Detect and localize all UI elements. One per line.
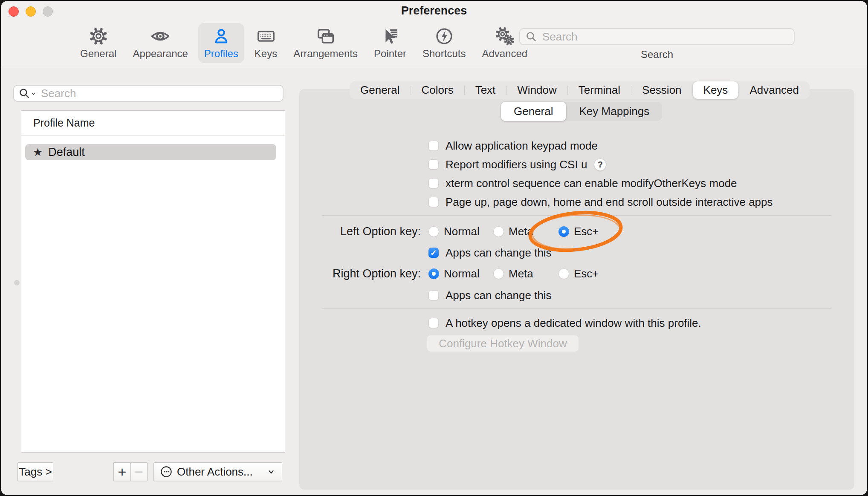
cursor-icon <box>380 26 400 47</box>
radio-icon <box>493 226 504 237</box>
hotkey-checkbox[interactable] <box>428 318 439 328</box>
profile-row[interactable]: ★Default <box>25 144 276 160</box>
checkbox-row-1: Report modifiers using CSI u? <box>299 157 867 172</box>
toolbar-item-profiles[interactable]: Profiles <box>198 23 244 63</box>
preferences-window: Preferences General Appearance Profiles … <box>1 1 867 495</box>
tab-general[interactable]: General <box>350 81 411 99</box>
check-icon: ✓ <box>430 249 437 257</box>
chevron-down-icon <box>266 467 276 476</box>
windows-icon <box>316 26 336 47</box>
radio-left_option-meta[interactable]: Meta <box>493 225 533 238</box>
section-divider <box>322 215 831 216</box>
apps-can-change-left-checkbox[interactable]: ✓ <box>428 248 439 258</box>
tab-text[interactable]: Text <box>465 81 506 99</box>
other-actions-label: Other Actions... <box>177 465 266 479</box>
apps-can-change-right-row: Apps can change this <box>299 288 867 303</box>
radio-left_option-escplus[interactable]: Esc+ <box>558 225 599 238</box>
toolbar-item-arrangements[interactable]: Arrangements <box>287 23 364 63</box>
hotkey-row: A hotkey opens a dedicated window with t… <box>299 316 867 330</box>
toolbar-item-appearance[interactable]: Appearance <box>127 23 194 63</box>
subtab-general[interactable]: General <box>501 102 566 121</box>
subtab-key-mappings[interactable]: Key Mappings <box>567 102 663 121</box>
ellipsis-circle-icon <box>160 465 173 478</box>
gears-icon <box>495 26 515 47</box>
search-icon <box>525 31 537 43</box>
profile-name: Default <box>48 146 85 159</box>
apps-can-change-left-row: ✓Apps can change this <box>299 245 867 260</box>
toolbar-item-keys[interactable]: Keys <box>249 23 283 63</box>
toolbar-search-caption: Search <box>519 49 795 61</box>
checkbox-label: Page up, page down, home and end scroll … <box>446 196 773 209</box>
toolbar-item-general[interactable]: General <box>74 23 122 63</box>
tab-window[interactable]: Window <box>506 81 567 99</box>
checkbox-label: A hotkey opens a dedicated window with t… <box>446 317 701 330</box>
checkbox-1[interactable] <box>428 159 439 170</box>
radio-icon <box>558 226 569 237</box>
window-title: Preferences <box>1 4 867 17</box>
radio-icon <box>428 268 439 279</box>
help-button[interactable]: ? <box>594 159 606 171</box>
left_option-row: Left Option key: Normal Meta Esc+ <box>299 224 854 239</box>
checkbox-0[interactable] <box>428 141 439 151</box>
gear-icon <box>89 26 108 47</box>
profile-search-field[interactable] <box>13 85 284 102</box>
toolbar-item-label: Profiles <box>204 48 238 60</box>
profile-list: Profile Name ★Default <box>21 110 285 453</box>
titlebar: Preferences General Appearance Profiles … <box>1 1 867 65</box>
radio-label: Normal <box>444 267 480 280</box>
toolbar-item-label: Shortcuts <box>422 48 466 60</box>
checkbox-3[interactable] <box>428 197 439 207</box>
toolbar-item-shortcuts[interactable]: Shortcuts <box>417 23 472 63</box>
radio-right_option-escplus[interactable]: Esc+ <box>558 267 599 280</box>
add-remove-group: + − <box>113 462 148 481</box>
toolbar-item-pointer[interactable]: Pointer <box>368 23 412 63</box>
tab-advanced[interactable]: Advanced <box>739 81 810 99</box>
star-icon: ★ <box>33 146 43 159</box>
checkbox-label: xterm control sequence can enable modify… <box>446 177 737 190</box>
tab-terminal[interactable]: Terminal <box>568 81 631 99</box>
radio-icon <box>428 226 439 237</box>
toolbar: General Appearance Profiles Keys Arrange… <box>74 23 533 63</box>
checkbox-label: Allow application keypad mode <box>446 139 598 153</box>
profile-list-header: Profile Name <box>21 111 285 136</box>
radio-label: Meta <box>509 225 533 238</box>
toolbar-item-label: Pointer <box>374 48 406 60</box>
radio-label: Esc+ <box>574 225 599 238</box>
option-row-label: Right Option key: <box>299 267 421 280</box>
section-divider <box>322 308 831 309</box>
tags-button[interactable]: Tags > <box>17 462 53 481</box>
toolbar-search-field[interactable] <box>519 28 795 45</box>
right_option-row: Right Option key: Normal Meta Esc+ <box>299 266 854 281</box>
content-area: Profile Name ★Default Tags > + − Other A… <box>1 65 867 495</box>
resize-dot <box>14 280 20 285</box>
checkbox-2[interactable] <box>428 178 439 188</box>
option-row-label: Left Option key: <box>299 225 421 238</box>
toolbar-item-label: General <box>80 48 116 60</box>
add-profile-button[interactable]: + <box>113 462 130 481</box>
search-scope-icon <box>18 87 37 99</box>
toolbar-search: Search <box>519 28 795 61</box>
radio-icon <box>493 268 504 279</box>
remove-profile-button[interactable]: − <box>130 462 148 481</box>
radio-left_option-normal[interactable]: Normal <box>428 225 480 238</box>
toolbar-item-label: Appearance <box>133 48 188 60</box>
checkbox-label: Apps can change this <box>446 289 552 302</box>
tab-keys[interactable]: Keys <box>693 81 739 99</box>
radio-right_option-normal[interactable]: Normal <box>428 267 480 280</box>
keys-general-panel: Allow application keypad modeReport modi… <box>299 89 854 490</box>
checkbox-label: Apps can change this <box>446 246 552 260</box>
tab-colors[interactable]: Colors <box>411 81 464 99</box>
bolt-icon <box>434 26 454 47</box>
profile-search-input[interactable] <box>40 87 278 101</box>
keys-subtabbar: GeneralKey Mappings <box>501 102 662 121</box>
apps-can-change-right-checkbox[interactable] <box>428 290 439 300</box>
other-actions-dropdown[interactable]: Other Actions... <box>153 462 282 481</box>
checkbox-row-2: xterm control sequence can enable modify… <box>299 176 867 190</box>
profile-tabbar: GeneralColorsTextWindowTerminalSessionKe… <box>350 81 810 99</box>
toolbar-search-input[interactable] <box>541 30 789 44</box>
checkbox-row-0: Allow application keypad mode <box>299 138 867 153</box>
configure-hotkey-window-button[interactable]: Configure Hotkey Window <box>427 335 579 352</box>
radio-right_option-meta[interactable]: Meta <box>493 267 533 280</box>
radio-icon <box>558 268 569 279</box>
tab-session[interactable]: Session <box>631 81 692 99</box>
